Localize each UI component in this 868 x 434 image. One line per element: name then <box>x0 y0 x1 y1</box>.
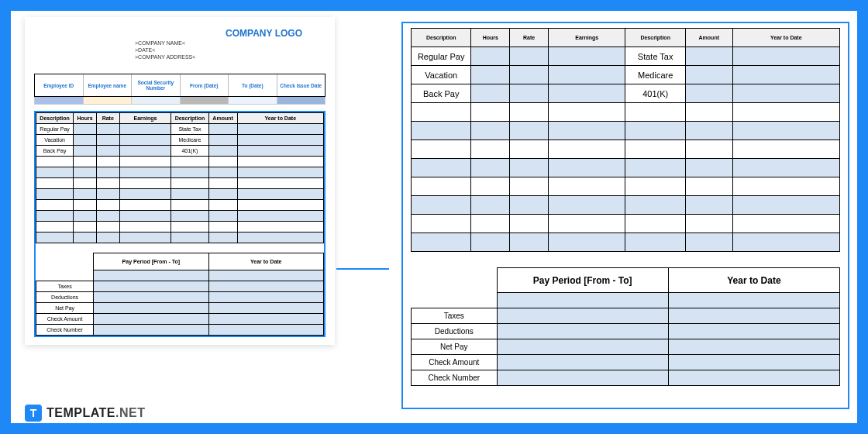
th-ytd2: Year to Date <box>208 253 323 270</box>
pay-table-zoom: Description Hours Rate Earnings Descript… <box>411 28 840 252</box>
summary-table-small: Pay Period [From - To]Year to Date Taxes… <box>36 253 324 336</box>
sum-label: Taxes <box>36 281 94 292</box>
sum-label: Check Amount <box>36 314 94 325</box>
canvas: COMPANY LOGO >COMPANY NAME< >DATE< >COMP… <box>11 11 857 423</box>
cell: 401(K) <box>171 146 208 157</box>
cell: Vacation <box>412 66 471 84</box>
cell: Back Pay <box>412 84 471 103</box>
info-check: Check Issue Date <box>277 74 326 96</box>
th-hours: Hours <box>74 113 97 124</box>
info-from: From (Date) <box>181 74 229 96</box>
meta-address: >COMPANY ADDRESS< <box>34 54 326 60</box>
document-thumbnail: COMPANY LOGO >COMPANY NAME< >DATE< >COMP… <box>25 17 335 345</box>
brand-badge: T TEMPLATE.NET <box>25 405 145 422</box>
company-logo: COMPANY LOGO <box>34 28 302 39</box>
sum-label: Net Pay <box>36 303 94 314</box>
info-color-bar <box>34 97 326 105</box>
info-to: To (Date) <box>229 74 277 96</box>
cell: Back Pay <box>36 146 74 157</box>
th-ytd: Year to Date <box>732 29 839 47</box>
zoom-connector <box>336 268 389 270</box>
sum-label: Check Number <box>412 370 498 386</box>
meta-date: >DATE< <box>34 47 326 53</box>
pay-table-small: Description Hours Rate Earnings Descript… <box>36 112 324 243</box>
sum-label: Net Pay <box>412 339 498 355</box>
cell: Medicare <box>171 135 208 146</box>
info-emp-name: Employee name <box>84 74 133 96</box>
cell: Medicare <box>625 66 685 84</box>
info-emp-id: Employee ID <box>35 74 84 96</box>
cell: State Tax <box>171 124 208 135</box>
th-pp: Pay Period [From - To] <box>94 253 208 270</box>
th-earn: Earnings <box>548 29 625 47</box>
sum-label: Check Number <box>36 325 94 336</box>
info-header-row: Employee ID Employee name Social Securit… <box>34 74 326 97</box>
th-amount: Amount <box>685 29 732 47</box>
th-pp: Pay Period [From - To] <box>497 268 668 293</box>
cell: Vacation <box>36 135 74 146</box>
cell: Regular Pay <box>412 47 471 66</box>
th-ytd2: Year to Date <box>668 268 839 293</box>
th-ytd: Year to Date <box>237 113 323 124</box>
info-ssn: Social Security Number <box>132 74 181 96</box>
pay-panel-small: Description Hours Rate Earnings Descript… <box>34 111 326 337</box>
th-rate: Rate <box>510 29 549 47</box>
meta-company: >COMPANY NAME< <box>34 40 326 46</box>
th-hours: Hours <box>471 29 510 47</box>
sum-label: Taxes <box>412 308 498 324</box>
zoom-panel: Description Hours Rate Earnings Descript… <box>401 22 849 409</box>
sum-label: Deductions <box>412 324 498 339</box>
summary-table-zoom: Pay Period [From - To]Year to Date Taxes… <box>411 267 840 386</box>
th-amount: Amount <box>208 113 237 124</box>
brand-text: TEMPLATE.NET <box>46 406 145 420</box>
brand-icon: T <box>25 405 42 422</box>
cell: State Tax <box>625 47 685 66</box>
sum-label: Deductions <box>36 292 94 303</box>
cell: 401(K) <box>625 84 685 103</box>
sum-label: Check Amount <box>412 355 498 370</box>
th-desc2: Description <box>171 113 208 124</box>
th-desc: Description <box>412 29 471 47</box>
th-earn: Earnings <box>119 113 171 124</box>
cell: Regular Pay <box>36 124 74 135</box>
th-desc2: Description <box>625 29 685 47</box>
th-desc: Description <box>36 113 74 124</box>
th-rate: Rate <box>96 113 119 124</box>
